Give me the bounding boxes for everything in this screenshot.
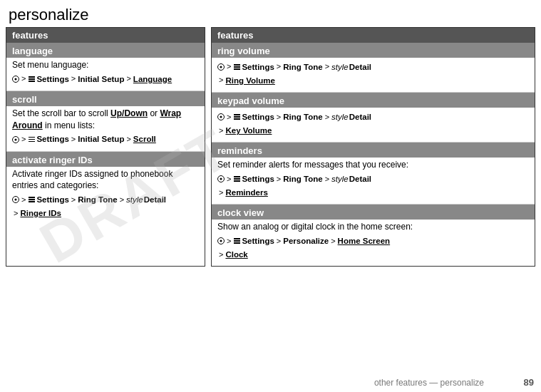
menu-icon <box>29 76 35 82</box>
nav-style: style <box>331 111 349 123</box>
nav-arrow-1: > <box>227 236 231 247</box>
feature-body-keypad-volume: > Settings > Ring Tone > style Detail > … <box>212 108 535 142</box>
clock-view-desc: Show an analog or digital clock in the h… <box>217 221 529 233</box>
nav-arrow-3: > <box>126 134 130 145</box>
nav-arrow-3: > <box>331 236 335 247</box>
nav-arrow-4: > <box>14 208 18 219</box>
nav-ring-tone: Ring Tone <box>283 173 322 185</box>
nav-style: style <box>331 173 349 185</box>
feature-title-scroll: scroll <box>6 91 205 106</box>
nav-bullet-icon <box>12 76 19 83</box>
right-table: features ring volume > Settings > Ring T… <box>211 27 535 267</box>
clock-view-nav2: > Clock <box>217 249 529 260</box>
menu-icon <box>29 137 35 143</box>
nav-bullet-icon <box>12 136 19 143</box>
nav-bullet-icon <box>217 237 225 244</box>
nav-settings: Settings <box>242 235 274 247</box>
nav-arrow-3: > <box>126 73 130 84</box>
feature-body-ring-volume: > Settings > Ring Tone > style Detail > … <box>212 58 535 92</box>
nav-arrow-1: > <box>227 174 231 185</box>
nav-arrow-2: > <box>71 73 76 84</box>
feature-title-ringer-ids: activate ringer IDs <box>6 152 205 167</box>
ring-volume-nav2: > Ring Volume <box>217 75 529 86</box>
feature-row-ringer-ids: activate ringer IDs Activate ringer IDs … <box>6 152 205 225</box>
feature-body-ringer-ids: Activate ringer IDs assigned to phoneboo… <box>6 167 205 225</box>
nav-arrow-2: > <box>277 112 281 123</box>
nav-arrow-2: > <box>71 195 76 205</box>
nav-arrow-1: > <box>227 61 231 72</box>
feature-title-keypad-volume: keypad volume <box>212 93 535 108</box>
nav-ring-tone: Ring Tone <box>78 194 117 205</box>
nav-arrow-1: > <box>21 134 26 145</box>
nav-ring-tone: Ring Tone <box>283 111 322 123</box>
nav-settings: Settings <box>36 133 68 145</box>
feature-row-clock-view: clock view Show an analog or digital clo… <box>212 205 535 266</box>
ringer-ids-nav1: > Settings > Ring Tone > style Detail <box>12 194 199 205</box>
nav-settings: Settings <box>36 194 68 205</box>
nav-arrow-2: > <box>277 236 281 247</box>
nav-bullet-icon <box>217 175 225 182</box>
menu-icon <box>234 238 240 244</box>
nav-reminders: Reminders <box>225 187 267 198</box>
nav-detail: Detail <box>144 194 166 205</box>
nav-style: style <box>331 61 349 73</box>
nav-style: style <box>126 194 143 205</box>
left-table: features language Set menu language: > S… <box>6 27 205 267</box>
nav-language: Language <box>133 73 172 85</box>
nav-settings: Settings <box>242 111 274 123</box>
nav-settings: Settings <box>242 173 274 185</box>
clock-view-nav1: > Settings > Personalize > Home Screen <box>217 235 529 247</box>
feature-body-scroll: Set the scroll bar to scroll Up/Down or … <box>6 106 205 151</box>
nav-arrow-4: > <box>219 249 223 260</box>
nav-bullet-icon <box>217 63 225 71</box>
language-nav: > Settings > Initial Setup > Language <box>12 73 199 85</box>
feature-body-reminders: Set reminder alerts for messages that yo… <box>212 158 535 204</box>
nav-settings: Settings <box>242 61 274 73</box>
nav-ringer-ids: Ringer IDs <box>20 207 61 219</box>
feature-row-reminders: reminders Set reminder alerts for messag… <box>212 143 535 205</box>
keypad-volume-nav2: > Key Volume <box>217 125 529 136</box>
page-title: personalize <box>0 0 541 27</box>
nav-arrow-3: > <box>325 112 329 123</box>
right-table-header: features <box>212 28 535 43</box>
nav-bullet-icon <box>12 196 19 203</box>
feature-body-clock-view: Show an analog or digital clock in the h… <box>212 220 535 266</box>
nav-arrow-1: > <box>21 195 26 205</box>
nav-arrow-1: > <box>227 112 231 123</box>
reminders-desc: Set reminder alerts for messages that yo… <box>217 159 529 171</box>
language-desc: Set menu language: <box>12 59 199 71</box>
nav-arrow-1: > <box>21 73 26 84</box>
keypad-volume-nav1: > Settings > Ring Tone > style Detail <box>217 111 529 123</box>
nav-arrow-4: > <box>219 75 223 86</box>
scroll-desc: Set the scroll bar to scroll Up/Down or … <box>12 108 199 132</box>
nav-personalize: Personalize <box>283 235 329 247</box>
ringer-ids-desc: Activate ringer IDs assigned to phoneboo… <box>12 168 199 192</box>
nav-detail: Detail <box>349 61 371 73</box>
nav-detail: Detail <box>349 111 371 123</box>
menu-icon <box>234 114 240 120</box>
scroll-nav: > Settings > Initial Setup > Scroll <box>12 133 199 145</box>
feature-title-clock-view: clock view <box>212 205 535 220</box>
feature-title-reminders: reminders <box>212 143 535 158</box>
nav-initial-setup: Initial Setup <box>78 73 124 85</box>
ringer-ids-nav2: > Ringer IDs <box>12 207 199 219</box>
reminders-nav1: > Settings > Ring Tone > style Detail <box>217 173 529 185</box>
feature-row-language: language Set menu language: > Settings >… <box>6 43 205 91</box>
nav-arrow-2: > <box>277 174 281 185</box>
nav-arrow-2: > <box>277 61 281 72</box>
nav-arrow-2: > <box>71 134 76 145</box>
nav-settings: Settings <box>36 73 68 85</box>
feature-body-language: Set menu language: > Settings > Initial … <box>6 58 205 91</box>
nav-arrow-4: > <box>219 187 223 198</box>
scroll-updown: Up/Down <box>110 108 148 118</box>
reminders-nav2: > Reminders <box>217 187 529 198</box>
nav-initial-setup: Initial Setup <box>78 133 124 145</box>
menu-icon <box>234 176 240 182</box>
feature-title-language: language <box>6 43 205 58</box>
feature-title-ring-volume: ring volume <box>212 43 535 58</box>
nav-home-screen: Home Screen <box>338 235 391 247</box>
nav-arrow-3: > <box>325 61 329 72</box>
footer: other features — personalize 89 <box>0 377 541 388</box>
feature-row-keypad-volume: keypad volume > Settings > Ring Tone > s… <box>212 93 535 143</box>
scroll-wrap: Wrap Around <box>12 108 181 130</box>
